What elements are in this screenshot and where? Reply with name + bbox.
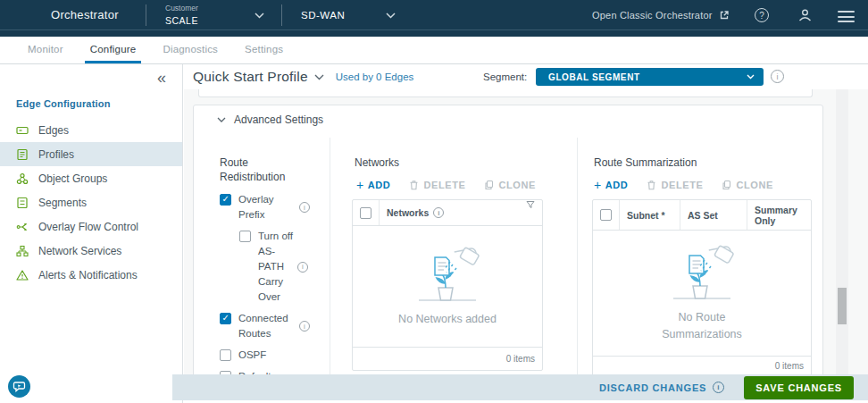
info-icon[interactable] <box>299 321 310 332</box>
sidebar-item-profiles[interactable]: Profiles <box>0 142 182 166</box>
discard-changes-button[interactable]: DISCARD CHANGES <box>599 382 724 393</box>
flow-control-icon <box>16 221 29 233</box>
option-label: Turn off AS-PATH Carry Over <box>258 229 294 305</box>
tab-configure[interactable]: Configure <box>85 37 142 63</box>
chevron-down-icon[interactable] <box>386 13 396 19</box>
sidebar-item-segments[interactable]: Segments <box>0 190 182 214</box>
save-changes-button[interactable]: SAVE CHANGES <box>744 376 854 399</box>
trash-icon <box>647 180 656 190</box>
clone-network-button[interactable]: CLONE <box>484 180 536 190</box>
select-all-cell <box>353 200 380 225</box>
clone-icon <box>484 180 494 190</box>
content-scroll-area: Advanced Settings Route Redistribution O… <box>184 89 868 400</box>
networks-title: Networks <box>355 155 559 170</box>
overlay-prefix-checkbox[interactable] <box>220 194 231 206</box>
route-summarization-section: Route Summarization +ADD DELETE CLONE Su… <box>592 155 819 376</box>
delete-network-button[interactable]: DELETE <box>409 180 465 190</box>
scrollbar-thumb[interactable] <box>838 288 847 324</box>
networks-empty-text: No Networks added <box>395 311 500 328</box>
edge-device-icon <box>16 124 29 137</box>
help-icon[interactable]: ? <box>755 8 769 22</box>
sidebar-item-overlay-flow-control[interactable]: Overlay Flow Control <box>0 214 182 239</box>
networks-column-header: Networks <box>380 200 444 225</box>
route-summarization-toolbar: +ADD DELETE CLONE <box>594 178 819 192</box>
route-redistribution-title: Route Redistribution <box>220 155 309 184</box>
trash-icon <box>409 180 419 190</box>
summary-only-column-header: Summary Only <box>747 200 811 230</box>
chevron-down-icon <box>217 117 226 122</box>
advanced-settings-card: Advanced Settings Route Redistribution O… <box>193 105 823 389</box>
route-summarization-items-count: 0 items <box>775 361 804 371</box>
select-all-cell <box>593 200 620 230</box>
watering-plant-illustration <box>659 243 745 306</box>
option-ospf: OSPF <box>220 348 329 363</box>
vertical-scrollbar[interactable] <box>836 89 848 374</box>
customer-value: SCALE <box>165 15 198 26</box>
top-bar: Orchestrator Customer SCALE SD-WAN Open … <box>0 0 868 37</box>
info-icon[interactable] <box>297 262 308 273</box>
previous-card-bottom <box>198 89 813 97</box>
open-classic-orchestrator-link[interactable]: Open Classic Orchestrator <box>592 0 730 30</box>
sidebar-item-object-groups[interactable]: Object Groups <box>0 166 182 190</box>
route-summarization-table-header: Subnet * AS Set Summary Only <box>593 200 811 231</box>
networks-items-count: 0 items <box>506 354 535 364</box>
plus-icon: + <box>594 180 602 190</box>
app-title: Orchestrator <box>51 0 119 30</box>
delete-summarization-button[interactable]: DELETE <box>647 180 703 190</box>
clone-summarization-button[interactable]: CLONE <box>722 180 773 190</box>
route-summarization-empty-state: No Route Summarizations <box>593 231 811 356</box>
sidebar-item-alerts-notifications[interactable]: Alerts & Notifications <box>0 263 182 287</box>
external-link-icon <box>719 10 730 21</box>
select-all-checkbox[interactable] <box>600 209 612 221</box>
user-icon[interactable] <box>797 8 813 22</box>
add-summarization-button[interactable]: +ADD <box>594 180 628 190</box>
segment-dropdown[interactable]: GLOBAL SEGMENT <box>536 68 764 86</box>
profile-card-icon <box>16 148 29 161</box>
option-connected-routes: Connected Routes <box>220 311 329 341</box>
clone-icon <box>722 180 731 190</box>
network-services-icon <box>16 245 29 257</box>
used-by-edges-link[interactable]: Used by 0 Edges <box>336 71 414 82</box>
topbar-vertical-divider <box>281 4 282 26</box>
feedback-chat-button[interactable] <box>8 375 30 398</box>
select-all-checkbox[interactable] <box>360 207 371 219</box>
segment-info-icon[interactable] <box>771 70 784 83</box>
ospf-checkbox[interactable] <box>220 349 231 361</box>
sidebar-collapse-icon[interactable]: « <box>157 69 166 88</box>
info-icon[interactable] <box>713 382 724 393</box>
sidebar-item-label: Object Groups <box>38 172 107 185</box>
option-label: OSPF <box>238 348 296 363</box>
menu-icon[interactable] <box>838 11 855 26</box>
sidebar-item-edges[interactable]: Edges <box>0 118 182 142</box>
column-divider <box>330 138 330 388</box>
discard-changes-label: DISCARD CHANGES <box>599 382 706 393</box>
customer-selector[interactable]: Customer SCALE <box>165 4 198 26</box>
tab-monitor[interactable]: Monitor <box>22 37 69 63</box>
profile-chevron-down-icon[interactable] <box>314 74 324 80</box>
tab-diagnostics[interactable]: Diagnostics <box>157 37 223 63</box>
networks-section: Networks +ADD DELETE CLONE Networks <box>345 155 559 371</box>
plus-icon: + <box>356 180 364 190</box>
networks-table: Networks <box>352 199 543 371</box>
option-label: Connected Routes <box>238 311 296 341</box>
add-network-button[interactable]: +ADD <box>356 180 390 190</box>
route-summarization-table: Subnet * AS Set Summary Only <box>592 199 812 376</box>
route-redistribution-section: Route Redistribution Overlay Prefix Turn… <box>220 155 329 390</box>
sidebar-item-network-services[interactable]: Network Services <box>0 239 182 263</box>
filter-icon[interactable] <box>526 200 535 225</box>
service-selector[interactable]: SD-WAN <box>301 0 345 30</box>
info-icon[interactable] <box>299 202 310 213</box>
route-summarization-empty-text: No Route Summarizations <box>649 309 755 343</box>
as-set-column-header: AS Set <box>680 200 747 230</box>
advanced-settings-toggle[interactable]: Advanced Settings <box>194 105 822 126</box>
route-summarization-table-footer: 0 items <box>593 356 811 375</box>
networks-toolbar: +ADD DELETE CLONE <box>356 178 559 192</box>
connected-routes-checkbox[interactable] <box>220 313 231 324</box>
chevron-down-icon[interactable] <box>255 13 264 19</box>
route-summarization-title: Route Summarization <box>594 155 819 170</box>
as-path-carry-over-checkbox[interactable] <box>239 231 251 242</box>
tab-settings[interactable]: Settings <box>239 37 288 63</box>
segment-dropdown-value: GLOBAL SEGMENT <box>548 72 640 82</box>
segments-icon <box>16 197 29 209</box>
info-icon[interactable] <box>433 207 444 218</box>
